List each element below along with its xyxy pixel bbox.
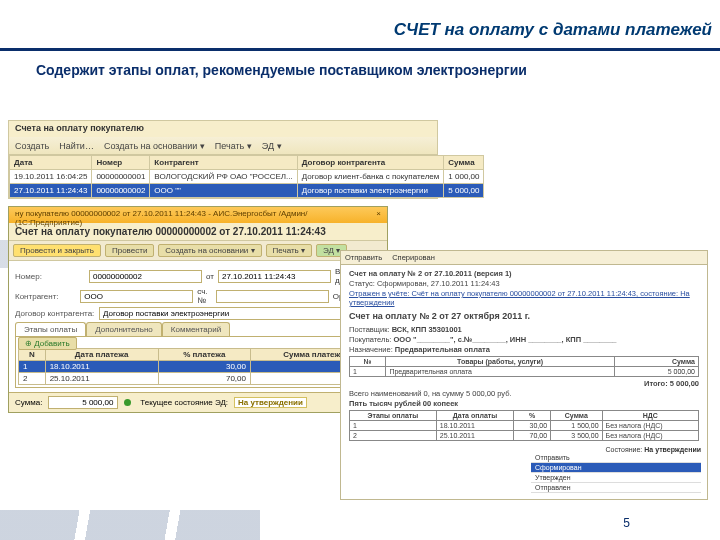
- create-button[interactable]: Создать: [15, 141, 49, 151]
- c: Сумма: [551, 411, 603, 421]
- decoration: [0, 510, 260, 540]
- table-row[interactable]: 19.10.2011 16:04:25 00000000001 ВОЛОГОДС…: [10, 170, 484, 184]
- val: На утверждении: [644, 446, 701, 453]
- acct-label: сч.№: [197, 287, 211, 305]
- tab-comment[interactable]: Комментарий: [162, 322, 230, 336]
- c: НДС: [602, 411, 698, 421]
- invoices-list-window: Счета на оплату покупателю Создать Найти…: [8, 120, 438, 199]
- cell: 1: [19, 361, 46, 373]
- c: Без налога (НДС): [602, 421, 698, 431]
- cell: 5 000,00: [444, 184, 484, 198]
- c: Этапы оплаты: [350, 411, 437, 421]
- val: 5 000,00: [670, 379, 699, 388]
- c: 1: [350, 367, 386, 377]
- post-button[interactable]: Провести: [105, 244, 154, 257]
- add-button[interactable]: ⊕ Добавить: [18, 337, 77, 350]
- val: Предварительная оплата: [395, 345, 490, 354]
- invoice-form: Номер: от Валюта докум Контрагент: сч.№ …: [9, 261, 387, 392]
- post-close-button[interactable]: Провести и закрыть: [13, 244, 101, 257]
- words: Пять тысяч рублей 00 копеек: [349, 399, 699, 408]
- date-field[interactable]: [218, 270, 331, 283]
- cell: 00000000001: [92, 170, 150, 184]
- val: ВСК, КПП 35301001: [392, 325, 462, 334]
- window-title: Счета на оплату покупателю: [9, 121, 437, 137]
- tab-extra[interactable]: Дополнительно: [86, 322, 162, 336]
- stage-row[interactable]: 1 18.10.2011 30,00: [19, 361, 378, 373]
- col-num[interactable]: Номер: [92, 156, 150, 170]
- print-toolbar: Отправить Сперирован: [341, 251, 707, 265]
- goods-table: №Товары (работы, услуги)Сумма 1Предварит…: [349, 356, 699, 377]
- create-based-button[interactable]: Создать на основании ▾: [104, 141, 205, 151]
- c: %: [514, 411, 551, 421]
- divider: [0, 48, 720, 51]
- lbl: Поставщик:: [349, 325, 390, 334]
- ed-button[interactable]: ЭД ▾: [262, 141, 282, 151]
- invoice-header: Счет на оплату покупателю 00000000002 от…: [9, 223, 387, 240]
- acct-field[interactable]: [216, 290, 329, 303]
- lbl: Итого:: [644, 379, 668, 388]
- state-option[interactable]: Отправлен: [531, 483, 701, 493]
- col-date[interactable]: Дата: [10, 156, 92, 170]
- lbl: Покупатель:: [349, 335, 391, 344]
- tabs: Этапы оплаты Дополнительно Комментарий: [15, 322, 381, 336]
- dog-field[interactable]: [99, 307, 381, 320]
- cell: Договор поставки электроэнергии: [297, 184, 444, 198]
- total-label: Сумма:: [15, 398, 42, 407]
- col-dog[interactable]: Договор контрагента: [297, 156, 444, 170]
- col: N: [19, 349, 46, 361]
- state-option[interactable]: Отправить: [531, 453, 701, 463]
- create-based-button[interactable]: Создать на основании ▾: [158, 244, 261, 257]
- contra-field[interactable]: [80, 290, 193, 303]
- send-button[interactable]: Отправить: [345, 253, 382, 262]
- cell: 18.10.2011: [45, 361, 158, 373]
- status-dot-icon: [124, 399, 131, 406]
- c: 3 500,00: [551, 431, 603, 441]
- c: Дата оплаты: [436, 411, 513, 421]
- state-option[interactable]: Утвержден: [531, 473, 701, 483]
- col: Дата платежа: [45, 349, 158, 361]
- col-sum[interactable]: Сумма: [444, 156, 484, 170]
- stage-row[interactable]: 2 25.10.2011 70,00: [19, 373, 378, 385]
- print-stages-table: Этапы оплатыДата оплаты%СуммаНДС 118.10.…: [349, 410, 699, 441]
- table-row-selected[interactable]: 27.10.2011 11:24:43 00000000002 ООО "" Д…: [10, 184, 484, 198]
- find-button[interactable]: Найти…: [59, 141, 94, 151]
- cell: 1 000,00: [444, 170, 484, 184]
- print-button[interactable]: Печать ▾: [266, 244, 312, 257]
- cell: 2: [19, 373, 46, 385]
- state-option-selected[interactable]: Сформирован: [531, 463, 701, 473]
- num-field[interactable]: [89, 270, 202, 283]
- page-number: 5: [623, 516, 630, 530]
- window-titlebar: ну покупателю 00000000002 от 27.10.2011 …: [9, 207, 387, 223]
- slide-subtitle: Содержит этапы оплат, рекомендуемые пост…: [36, 62, 684, 78]
- invoice-window: ну покупателю 00000000002 от 27.10.2011 …: [8, 206, 388, 413]
- cell: 25.10.2011: [45, 373, 158, 385]
- c: 1: [350, 421, 437, 431]
- slide-title: СЧЕТ на оплату с датами платежей: [394, 20, 712, 40]
- cell: 27.10.2011 11:24:43: [10, 184, 92, 198]
- cell: Договор клиент-банка с покупателем: [297, 170, 444, 184]
- print-meta: Счет на оплату № 2 от 27.10.2011 (версия…: [341, 265, 707, 447]
- col-contra[interactable]: Контрагент: [150, 156, 297, 170]
- status-line: Статус: Сформирован, 27.10.2011 11:24:43: [349, 279, 699, 288]
- dog-label: Договор контрагента:: [15, 309, 95, 318]
- stages-table[interactable]: N Дата платежа % платежа Сумма платежа 1…: [18, 348, 378, 385]
- ref-link[interactable]: Отражен в учёте: Счёт на оплату покупате…: [349, 289, 699, 307]
- invoices-table[interactable]: Дата Номер Контрагент Договор контрагент…: [9, 155, 484, 198]
- add-label: Добавить: [34, 339, 69, 348]
- c: Предварительная оплата: [386, 367, 615, 377]
- print-button[interactable]: Печать ▾: [215, 141, 252, 151]
- ed-state-label: Текущее состояние ЭД:: [140, 398, 228, 407]
- c: Без налога (НДС): [602, 431, 698, 441]
- cell: ООО "": [150, 184, 297, 198]
- c: №: [350, 357, 386, 367]
- tab-stages[interactable]: Этапы оплаты: [15, 322, 86, 336]
- close-icon[interactable]: ×: [376, 209, 381, 221]
- words: Всего наименований 0, на сумму 5 000,00 …: [349, 389, 699, 398]
- approve-button[interactable]: Сперирован: [392, 253, 435, 262]
- c: 2: [350, 431, 437, 441]
- c: 1 500,00: [551, 421, 603, 431]
- cell: ВОЛОГОДСКИЙ РФ ОАО "РОССЕЛ...: [150, 170, 297, 184]
- cell: 00000000002: [92, 184, 150, 198]
- num-label: Номер:: [15, 272, 85, 281]
- c: Товары (работы, услуги): [386, 357, 615, 367]
